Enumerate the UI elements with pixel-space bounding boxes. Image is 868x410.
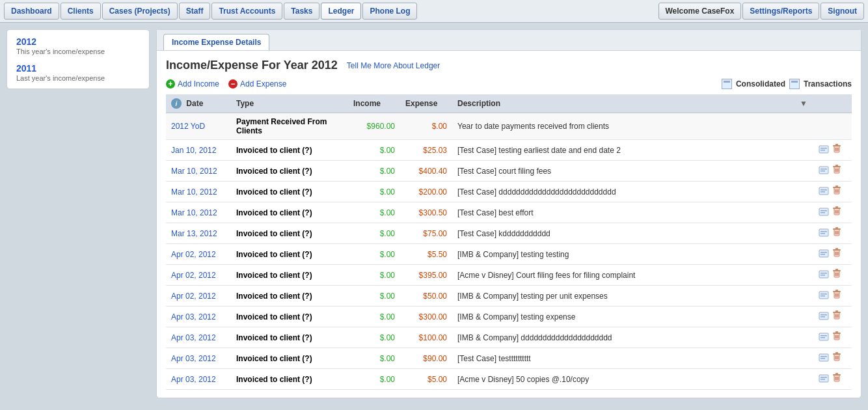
row-date-link[interactable]: 2012 YoD [171,122,205,131]
svg-rect-1 [821,148,827,149]
row-income: $.00 [380,250,395,259]
consolidated-label[interactable]: Consolidated [736,79,785,89]
add-expense-button[interactable]: − Add Expense [228,79,286,89]
edit-row-button[interactable] [818,249,830,260]
consolidated-sheet-icon[interactable] [722,79,732,89]
edit-row-button[interactable] [818,228,830,239]
row-income: $.00 [380,208,395,217]
row-date-link[interactable]: Apr 03, 2012 [171,375,216,384]
info-icon[interactable]: i [171,98,182,109]
row-date-link[interactable]: Jan 10, 2012 [171,146,216,155]
svg-rect-81 [819,333,828,340]
delete-row-button[interactable] [832,185,841,198]
nav-trust-accounts[interactable]: Trust Accounts [211,3,282,20]
row-date-link[interactable]: Mar 10, 2012 [171,167,217,176]
row-description: [Test Case] kddddddddddd [457,229,550,238]
svg-rect-77 [835,310,838,312]
delete-row-button[interactable] [832,269,841,281]
row-type: Invoiced to client (?) [236,167,312,176]
delete-row-button[interactable] [832,352,841,364]
row-date-link[interactable]: Apr 03, 2012 [171,333,216,342]
sort-arrow-icon[interactable]: ▼ [800,99,807,108]
row-income: $.00 [380,375,395,384]
svg-rect-46 [821,252,827,253]
edit-row-button[interactable] [818,311,830,323]
table-row: Mar 10, 2012Invoiced to client (?)$.00$2… [166,182,852,202]
row-type: Invoiced to client (?) [236,187,312,197]
edit-row-button[interactable] [818,269,830,281]
row-expense: $25.03 [423,146,447,155]
row-date-link[interactable]: Apr 03, 2012 [171,354,216,363]
row-type: Invoiced to client (?) [236,354,312,363]
transactions-sheet-icon[interactable] [789,79,800,89]
row-date-link[interactable]: Mar 10, 2012 [171,187,217,197]
nav-staff[interactable]: Staff [179,3,211,20]
row-type: Invoiced to client (?) [236,292,312,301]
nav-clients[interactable]: Clients [61,3,101,20]
svg-rect-36 [819,229,828,236]
row-date-link[interactable]: Apr 02, 2012 [171,271,216,280]
delete-row-button[interactable] [832,248,841,260]
row-date-link[interactable]: Apr 02, 2012 [171,292,216,301]
ledger-table: i Date Type Income Expense Description ▼ [166,94,852,390]
row-income: $.00 [380,292,395,301]
svg-rect-50 [835,248,838,250]
delete-row-button[interactable] [832,310,841,323]
delete-row-button[interactable] [832,227,841,239]
row-actions [818,185,847,198]
edit-row-button[interactable] [818,186,830,198]
transactions-label[interactable]: Transactions [804,79,852,89]
add-income-icon: + [166,79,175,89]
svg-rect-37 [821,231,827,232]
page-title-row: Income/Expense For Year 2012 Tell Me Mor… [166,59,852,72]
row-expense: $300.50 [419,208,447,217]
tab-income-expense-details[interactable]: Income Expense Details [163,34,269,50]
delete-row-button[interactable] [832,373,841,385]
sidebar-year-2011-desc: Last year's income/expense [16,74,140,82]
add-income-button[interactable]: + Add Income [166,79,219,89]
row-actions [818,310,847,323]
delete-row-button[interactable] [832,165,841,177]
edit-row-button[interactable] [818,207,830,219]
row-date-link[interactable]: Apr 02, 2012 [171,250,216,259]
sidebar-year-2012-desc: This year's income/expense [16,48,140,55]
header-actions [813,94,852,113]
row-date-link[interactable]: Apr 03, 2012 [171,312,216,321]
row-expense: $400.40 [419,167,447,176]
edit-row-button[interactable] [818,165,830,177]
row-type: Invoiced to client (?) [236,229,312,238]
nav-settings-reports[interactable]: Settings/Reports [742,3,819,20]
content-panel: Income Expense Details Income/Expense Fo… [156,29,861,398]
delete-row-button[interactable] [832,206,841,219]
nav-tasks[interactable]: Tasks [284,3,319,20]
edit-row-button[interactable] [818,332,830,344]
row-date-link[interactable]: Mar 10, 2012 [171,208,217,217]
action-right: Consolidated Transactions [722,79,852,89]
delete-row-button[interactable] [832,144,841,156]
row-type: Invoiced to client (?) [236,333,312,342]
tell-more-link[interactable]: Tell Me More About Ledger [347,61,440,70]
edit-row-button[interactable] [818,374,830,385]
svg-rect-83 [821,337,825,338]
sidebar-year-2012-link[interactable]: 2012 [16,36,140,47]
sidebar: 2012 This year's income/expense 2011 Las… [7,29,150,398]
svg-rect-90 [819,354,828,361]
nav-phone-log[interactable]: Phone Log [362,3,417,20]
nav-dashboard[interactable]: Dashboard [4,3,59,20]
action-row: + Add Income − Add Expense Consolidated … [166,79,852,89]
row-date-link[interactable]: Mar 13, 2012 [171,229,217,238]
table-row: Mar 10, 2012Invoiced to client (?)$.00$4… [166,161,852,182]
edit-row-button[interactable] [818,290,830,302]
delete-row-button[interactable] [832,331,841,344]
svg-rect-18 [819,187,828,195]
row-expense: $.00 [432,122,447,131]
edit-row-button[interactable] [818,353,830,364]
table-row: Jan 10, 2012Invoiced to client (?)$.00$2… [166,140,852,161]
nav-ledger[interactable]: Ledger [321,3,361,20]
nav-cases[interactable]: Cases (Projects) [102,3,178,20]
edit-row-button[interactable] [818,144,830,156]
delete-row-button[interactable] [832,290,841,302]
nav-signout[interactable]: Signout [821,3,864,20]
svg-rect-74 [821,316,825,318]
sidebar-year-2011-link[interactable]: 2011 [16,63,140,74]
